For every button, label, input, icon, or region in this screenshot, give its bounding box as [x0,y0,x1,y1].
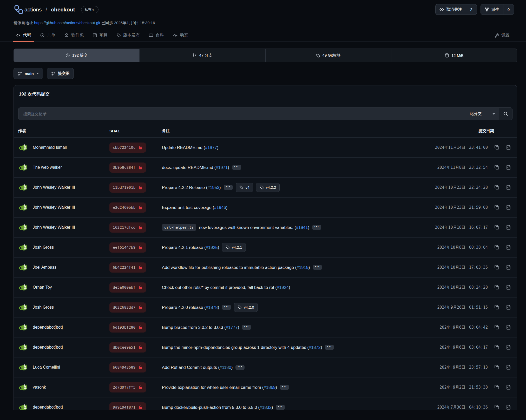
tab-tag[interactable]: 版本发布 [114,30,143,42]
commit-sha-link[interactable]: b684943689 [109,362,146,372]
avatar[interactable] [18,242,29,253]
copy-sha-button[interactable] [494,225,499,230]
expand-commit-body-button[interactable]: ··· [312,225,321,230]
expand-commit-body-button[interactable]: ··· [313,265,322,270]
commit-sha-link[interactable]: 11bd71901b [109,182,146,193]
avatar[interactable] [18,162,29,173]
tab-settings[interactable]: 设置 [491,30,513,42]
copy-sha-button[interactable] [494,245,499,250]
copy-sha-button[interactable] [494,185,499,190]
expand-commit-body-button[interactable]: ··· [276,405,285,410]
expand-commit-body-button[interactable]: ··· [242,325,251,330]
browse-source-button[interactable] [506,145,511,150]
avatar[interactable] [18,182,29,193]
expand-commit-body-button[interactable]: ··· [280,385,289,390]
commit-search-input[interactable] [18,108,465,120]
copy-sha-button[interactable] [494,285,499,290]
stat-tag[interactable]: 49 Git标签 [265,49,391,62]
copy-sha-button[interactable] [494,265,499,270]
issue-link[interactable]: #1919 [297,265,308,270]
avatar[interactable] [18,142,29,153]
commit-sha-link[interactable]: e3d2460bbb [109,202,146,213]
avatar[interactable] [18,202,29,213]
browse-source-button[interactable] [506,345,511,350]
repo-owner-link[interactable]: actions [24,6,42,13]
tab-issue[interactable]: 工单 [37,30,58,42]
avatar[interactable] [18,402,29,410]
issue-link[interactable]: #1924 [277,285,289,290]
browse-source-button[interactable] [506,405,511,410]
copy-sha-button[interactable] [494,145,499,150]
commit-graph-button[interactable]: 提交图 [47,68,74,79]
avatar[interactable] [18,382,29,393]
browse-source-button[interactable] [506,265,511,270]
commit-sha-link[interactable]: 3b9b8c884f [109,162,146,173]
browse-source-button[interactable] [506,225,511,230]
browse-source-button[interactable] [506,365,511,370]
avatar[interactable] [18,282,29,293]
repo-name-link[interactable]: checkout [51,6,75,13]
search-button[interactable] [499,108,512,120]
browse-source-button[interactable] [506,185,511,190]
avatar[interactable] [18,322,29,333]
branch-scope-select[interactable]: 此分支 [465,108,499,120]
avatar[interactable] [18,222,29,233]
copy-sha-button[interactable] [494,205,499,210]
commit-sha-link[interactable]: 163217dfcd [109,222,146,233]
issue-link[interactable]: #1946 [214,205,226,210]
watchers-count[interactable]: 2 [466,4,476,15]
copy-sha-button[interactable] [494,385,499,390]
issue-link[interactable]: #1869 [264,385,276,390]
copy-sha-button[interactable] [494,405,499,410]
copy-sha-button[interactable] [494,305,499,310]
stat-database[interactable]: 12 MiB [391,49,517,62]
branch-selector[interactable]: main [14,68,43,79]
tag-badge[interactable]: v4.2.1 [222,243,246,252]
tag-badge[interactable]: v4.2.2 [256,183,280,192]
commit-sha-link[interactable]: cbb722410c [109,143,146,153]
tag-badge[interactable]: v4.2.0 [234,303,258,312]
commit-sha-link[interactable]: 6d193bf280 [109,322,146,333]
browse-source-button[interactable] [506,165,511,170]
browse-source-button[interactable] [506,205,511,210]
avatar[interactable] [18,262,29,273]
issue-link[interactable]: #1180 [220,365,231,370]
commit-sha-link[interactable]: eef61447b9 [109,242,146,253]
browse-source-button[interactable] [506,325,511,330]
unwatch-button[interactable]: 取消关注 [436,4,466,15]
commit-sha-link[interactable]: 9a9194f871 [109,402,146,410]
commit-sha-link[interactable]: db0cee9a51 [109,342,146,353]
avatar[interactable] [18,342,29,353]
issue-link[interactable]: #1925 [206,245,218,250]
issue-link[interactable]: #1941 [296,225,308,230]
tab-project[interactable]: 项目 [89,30,111,42]
issue-link[interactable]: #1953 [207,185,219,190]
issue-link[interactable]: #1777 [226,325,238,330]
browse-source-button[interactable] [506,245,511,250]
copy-sha-button[interactable] [494,365,499,370]
issue-link[interactable]: #1878 [206,305,218,310]
stat-history[interactable]: 192 提交 [14,49,139,62]
tab-package[interactable]: 软件包 [61,30,87,42]
tab-book[interactable]: 百科 [146,30,167,42]
copy-sha-button[interactable] [494,165,499,170]
expand-commit-body-button[interactable]: ··· [235,365,245,370]
expand-commit-body-button[interactable]: ··· [224,185,233,190]
tab-activity[interactable]: 动态 [170,30,191,42]
browse-source-button[interactable] [506,285,511,290]
issue-link[interactable]: #1971 [216,165,228,170]
expand-commit-body-button[interactable]: ··· [222,305,231,310]
stat-branch[interactable]: 47 分支 [139,49,265,62]
commit-sha-link[interactable]: d632683dd7 [109,302,146,313]
expand-commit-body-button[interactable]: ··· [325,345,334,350]
browse-source-button[interactable] [506,305,511,310]
copy-sha-button[interactable] [494,345,499,350]
expand-commit-body-button[interactable]: ··· [232,165,241,170]
mirror-url-link[interactable]: https://github.com/actions/checkout.git [34,21,100,25]
commit-sha-link[interactable]: 6b42224f41 [109,262,146,273]
issue-link[interactable]: #1977 [205,145,217,150]
commit-sha-link[interactable]: de5a000abf [109,282,146,293]
copy-sha-button[interactable] [494,325,499,330]
forks-count[interactable]: 0 [503,4,514,15]
issue-link[interactable]: #1832 [260,405,272,410]
